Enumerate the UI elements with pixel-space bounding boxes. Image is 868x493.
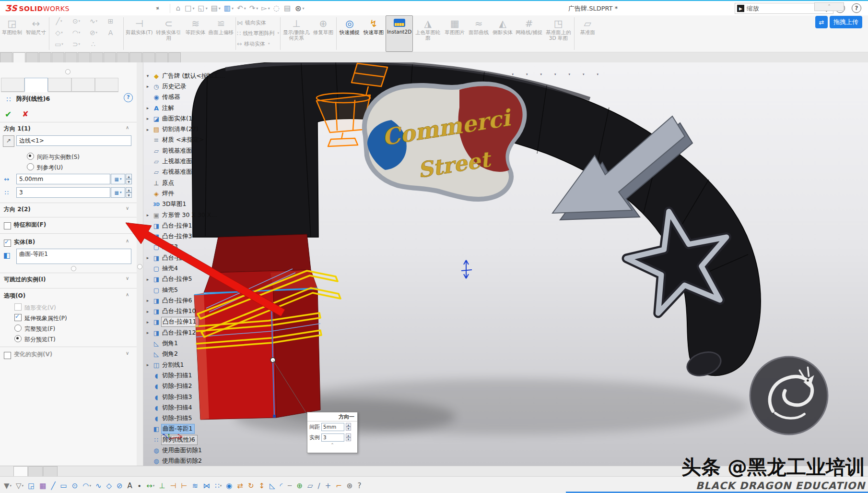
expand-icon[interactable]: ∨ [126,205,129,211]
sketch-icon[interactable]: ◲ [28,481,35,490]
arc-icon[interactable]: ◠ ▾ [82,481,91,490]
tree-item[interactable]: ◍ 使用曲面切除2 [144,456,227,466]
dynamic-annotation-icon[interactable]: ▾ [503,70,516,79]
chamfer-icon[interactable]: ◺ [270,481,276,490]
instance-link-button[interactable]: ▦▾ [111,187,125,198]
bodies-input[interactable]: 曲面-等距1 [16,249,131,264]
tree-item[interactable]: ▸ ◨ 凸台-拉伸5 [144,274,227,285]
offset-on-surface-button[interactable]: ≌ 曲面上偏移 [208,16,235,36]
callout-instances-spinner[interactable]: ▲▼ [346,433,351,441]
checkbox-icon[interactable] [14,314,22,321]
varying-instances-header[interactable]: 变化的实例(V) [4,350,52,359]
trim-icon[interactable]: ⊣ [170,481,176,490]
save-icon[interactable]: ▤ ▾ [211,4,221,12]
pm-tab-displaymanager[interactable] [95,78,118,92]
collapse-icon[interactable]: ∧ [126,125,129,130]
mirror-entities-button[interactable]: ⋈ 镜向实体 [237,17,279,28]
ribbon-collapse-button[interactable]: ⌃ [814,2,844,11]
spacing-instances-radio[interactable]: 间距与实例数(S) [27,152,80,161]
full-preview-radio[interactable]: 完整预览(F) [14,324,55,333]
reverse-direction-button[interactable]: ↗ [3,135,14,147]
offset-icon[interactable]: ≋ [192,481,199,490]
cancel-button[interactable]: ✘ [22,109,28,119]
expand-arrow-icon[interactable]: ▸ [144,127,152,132]
redo-icon[interactable]: ↷ ▾ [249,4,258,12]
point-icon[interactable]: ∙ [137,481,142,490]
quick-snaps-button[interactable]: ◎ 快速捕捉 [338,16,362,36]
rectangle-icon[interactable]: ⊞ [102,15,119,27]
scale-icon[interactable]: ↕ [258,481,265,490]
rotate-icon[interactable]: ↻ [248,481,255,490]
fillet-icon[interactable]: ◜ [280,481,283,490]
tree-item[interactable]: ▸ ◨ 凸台-拉伸4 [144,253,227,263]
tree-item[interactable]: ◺ 倒角2 [144,349,227,360]
settings-icon[interactable]: ⊛ [347,481,353,490]
arc-icon[interactable]: ◠ ▾ [68,27,85,38]
expand-icon[interactable]: ∨ [126,276,129,281]
text-icon[interactable]: A [128,481,133,490]
tree-item[interactable]: 3D 3D草图1 [144,199,227,210]
tree-item[interactable]: ▱ 右视基准面 [144,167,227,178]
command-tab[interactable] [117,52,129,63]
open-file-icon[interactable]: ◱ ▾ [198,4,207,12]
expand-arrow-icon[interactable]: ▸ [144,234,152,239]
polygon-icon[interactable]: ◇ ▾ [50,27,68,38]
collapse-icon[interactable]: ∧ [126,292,129,297]
linear-pattern-icon[interactable]: ∷ ▾ [215,481,222,490]
help-icon[interactable]: ? [357,481,362,490]
ellipse-icon[interactable]: ⊘ [117,481,123,490]
undo-icon[interactable]: ↶ ▾ [237,4,246,12]
line-icon[interactable]: ╱ ▾ [50,15,68,27]
spline-icon[interactable]: ∿ ▾ [85,15,102,27]
tree-item[interactable]: ▸ ◫ 分割线1 [144,360,227,370]
expand-icon[interactable]: ∨ [126,221,129,226]
options-header[interactable]: 选项(O) [4,292,25,300]
pattern-callout[interactable]: 方向一 间距 5mm ▲▼ 实例 3 ▲▼ ⌃ [307,412,358,453]
help-icon[interactable]: ? [852,3,861,13]
plane-icon[interactable]: ▱ [307,481,314,490]
zoom-area-icon[interactable] [463,70,474,79]
tree-item[interactable]: ▢ 抽壳4 [144,263,227,274]
apply-scene-icon[interactable]: ▾ [573,70,586,79]
tree-item[interactable]: ◖ 切除-扫描3 [144,392,227,402]
instances-to-skip-header[interactable]: 可跳过的实例(I) [4,276,46,284]
move-entities-button[interactable]: ↔ 移动实体 ▾ [237,38,279,49]
section-grip[interactable] [71,266,76,271]
radio-icon[interactable] [14,335,22,342]
bodies-header[interactable]: 实体(B) [4,238,35,246]
command-tab[interactable] [52,52,64,63]
checkbox-icon[interactable] [4,222,11,229]
tab-motion-study[interactable] [43,466,58,477]
linear-sketch-pattern-button[interactable]: ∷ 线性草图阵列 ▾ [237,28,279,38]
direction1-header[interactable]: 方向 1(1) [4,125,31,133]
tree-item[interactable]: ▸ ◨ 凸台-拉伸11 [144,317,227,327]
circular-pattern-icon[interactable]: ◉ [226,481,233,490]
move-icon[interactable]: ⇄ [237,481,244,490]
tree-item[interactable]: ▸ ◪ 曲面实体(1) [144,113,227,124]
face-curves-button[interactable]: ≈ 面部曲线 [467,16,491,36]
coordinate-icon[interactable]: + [325,481,332,490]
command-tab[interactable] [142,52,155,63]
checkbox-icon[interactable] [4,352,11,359]
tree-item[interactable]: ◍ 使用曲面切除1 [144,445,227,456]
rectangle-icon[interactable]: ▭ [60,481,68,490]
callout-spacing-spinner[interactable]: ▲▼ [346,423,351,431]
pin-icon[interactable]: ✦ [153,4,162,13]
slot-icon[interactable]: ▭ ▾ [50,38,68,50]
tree-item[interactable]: ◧ 曲面-等距1 [144,424,227,434]
expand-arrow-icon[interactable]: ▸ [144,213,152,217]
radio-icon[interactable] [27,163,34,170]
command-tab[interactable] [65,52,77,63]
tree-item[interactable]: ◖ 切除-扫描5 [144,413,227,424]
ok-button[interactable]: ✔ [5,109,12,119]
command-tab[interactable] [104,52,116,63]
partial-preview-radio[interactable]: 部分预览(T) [14,334,56,344]
expand-arrow-icon[interactable]: ▸ [144,320,152,325]
view-orientation-icon[interactable]: ▾ [516,70,529,79]
instant2d-button[interactable]: Instant2D [386,15,413,52]
instance-count-input[interactable]: 3 [16,187,110,198]
up-to-reference-radio[interactable]: 到参考(U) [27,162,63,172]
polygon-icon[interactable]: ◇ [106,481,112,490]
tree-item[interactable]: ≡ 材质 <未指定> [144,135,227,145]
search-input[interactable]: 缩放 [747,4,821,13]
